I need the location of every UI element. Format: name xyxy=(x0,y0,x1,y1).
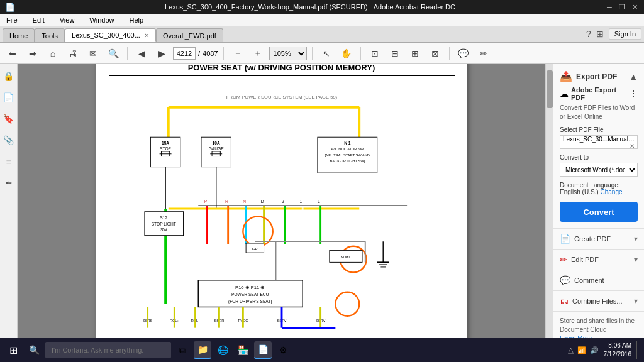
menu-edit[interactable]: Edit xyxy=(30,15,47,25)
comment-icon: 💬 xyxy=(560,275,570,285)
taskbar-store-button[interactable]: 🏪 xyxy=(234,341,252,359)
start-button[interactable]: ⊞ xyxy=(4,341,23,359)
sidebar-bookmarks-icon[interactable]: 🔖 xyxy=(2,112,16,126)
sidebar-attachment-icon[interactable]: 📎 xyxy=(2,133,16,147)
volume-icon[interactable]: 🔊 xyxy=(590,346,599,354)
menu-window[interactable]: Window xyxy=(87,15,116,25)
svg-text:N 1: N 1 xyxy=(344,141,351,145)
change-language-link[interactable]: Change xyxy=(600,189,622,195)
bottom-note: Store and share files in the Document Cl… xyxy=(553,312,644,338)
menu-file[interactable]: File xyxy=(4,15,20,25)
toolbar-fit-width-button[interactable]: ⊟ xyxy=(386,45,404,62)
page-number-input[interactable] xyxy=(173,47,196,60)
taskbar-edge-button[interactable]: 🌐 xyxy=(214,341,231,359)
cortana-search-input[interactable] xyxy=(45,342,171,358)
toolbar-zoom-marquee-button[interactable]: ⊠ xyxy=(426,45,444,62)
edit-pdf-left: ✏ Edit PDF xyxy=(560,255,599,265)
scroll-thumb[interactable] xyxy=(547,70,553,108)
taskbar-extra-button[interactable]: ⚙ xyxy=(274,341,292,359)
toolbar-fit-page-button[interactable]: ⊡ xyxy=(366,45,384,62)
toolbar-search-button[interactable]: 🔍 xyxy=(104,45,122,62)
sidebar-layers-icon[interactable]: ≡ xyxy=(2,155,16,168)
zoom-select[interactable]: 105% 100% 75% 150% xyxy=(269,47,307,60)
menu-view[interactable]: View xyxy=(57,15,77,25)
svg-text:P10 ⊕ P11 ⊕: P10 ⊕ P11 ⊕ xyxy=(235,285,265,290)
toolbar-comment-button[interactable]: 💬 xyxy=(455,45,472,62)
pdf-content: POWER SEAT (w/ DRIVING POSITION MEMORY) … xyxy=(96,64,467,338)
taskbar-file-explorer-button[interactable]: 📁 xyxy=(194,341,211,359)
left-sidebar: 🔒 📄 🔖 📎 ≡ ✒ xyxy=(0,64,18,338)
file-clear-icon[interactable]: ✕ xyxy=(630,143,635,149)
help-button[interactable]: ? xyxy=(586,29,591,39)
svg-text:STOP: STOP xyxy=(160,146,171,151)
page-total: 4087 xyxy=(203,50,218,57)
export-pdf-header: 📤 Export PDF ▲ xyxy=(560,70,638,82)
toolbar-zoom-out-button[interactable]: － xyxy=(229,45,247,62)
time-display[interactable]: 8:06 AM 7/12/2016 xyxy=(604,341,632,359)
sign-in-button[interactable]: Sign In xyxy=(609,28,641,40)
toolbar-next-page-button[interactable]: ▶ xyxy=(153,45,170,62)
adobe-options-icon[interactable]: ⋮ xyxy=(629,89,638,99)
create-pdf-row[interactable]: 📄 Create PDF ▾ xyxy=(553,229,644,250)
toolbar-thumbnails-button[interactable]: ⊞ xyxy=(406,45,424,62)
toolbar-home-button[interactable]: ⌂ xyxy=(44,45,62,62)
taskbar-right: △ 📶 🔊 8:06 AM 7/12/2016 xyxy=(568,341,641,359)
svg-text:D: D xyxy=(260,199,264,204)
convert-to-select[interactable]: Microsoft Word (*.docx) Microsoft Excel … xyxy=(560,163,638,177)
minimize-button[interactable]: ─ xyxy=(605,3,614,11)
pdf-page: POWER SEAT (w/ DRIVING POSITION MEMORY) … xyxy=(96,64,467,338)
sidebar-signatures-icon[interactable]: ✒ xyxy=(2,176,16,190)
share-button[interactable]: ⊞ xyxy=(596,29,604,39)
doc-lang-value: English (U.S.) xyxy=(560,189,599,195)
svg-text:S12: S12 xyxy=(160,216,167,220)
toolbar-print-button[interactable]: 🖨 xyxy=(64,45,82,62)
tab-close-icon[interactable]: ✕ xyxy=(144,32,149,39)
create-pdf-expand-icon[interactable]: ▾ xyxy=(634,234,638,243)
tab-home[interactable]: Home xyxy=(3,28,35,42)
svg-text:R: R xyxy=(225,199,228,204)
combine-files-label: Combine Files... xyxy=(572,297,622,305)
comment-label: Comment xyxy=(574,277,604,284)
combine-files-row[interactable]: 🗂 Combine Files... ▾ xyxy=(553,291,644,312)
toolbar-back-button[interactable]: ⬅ xyxy=(4,45,21,62)
network-icon[interactable]: 📶 xyxy=(577,346,586,354)
tab-tools[interactable]: Tools xyxy=(35,28,65,42)
export-pdf-icon: 📤 xyxy=(560,70,572,82)
sidebar-lock-icon[interactable]: 🔒 xyxy=(2,69,16,83)
svg-text:M M1: M M1 xyxy=(341,255,350,259)
adobe-export-row: ☁ Adobe Export PDF ⋮ xyxy=(560,86,638,101)
pdf-area[interactable]: POWER SEAT (w/ DRIVING POSITION MEMORY) … xyxy=(18,64,545,338)
toolbar-markup-button[interactable]: ✏ xyxy=(475,45,492,62)
svg-text:A/T INDICATOR SW: A/T INDICATOR SW xyxy=(331,147,364,151)
taskbar-acrobat-button[interactable]: 📄 xyxy=(254,341,272,359)
toolbar-email-button[interactable]: ✉ xyxy=(84,45,102,62)
menu-help[interactable]: Help xyxy=(126,15,146,25)
show-desktop-button[interactable] xyxy=(636,341,640,359)
sidebar-pages-icon[interactable]: 📄 xyxy=(2,90,16,104)
export-pdf-collapse-button[interactable]: ▲ xyxy=(629,72,638,82)
convert-button[interactable]: Convert xyxy=(560,202,638,222)
toolbar-prev-page-button[interactable]: ◀ xyxy=(133,45,150,62)
file-value: Lexus_SC_30...Manual.pdf xyxy=(563,136,638,143)
scroll-bar[interactable] xyxy=(545,64,553,338)
edit-pdf-row[interactable]: ✏ Edit PDF ▾ xyxy=(553,250,644,270)
combine-files-expand-icon[interactable]: ▾ xyxy=(634,297,638,305)
taskbar-search-icon[interactable]: 🔍 xyxy=(25,341,43,359)
tab-lexus[interactable]: Lexus_SC_300_400... ✕ xyxy=(65,28,156,42)
toolbar-hand-button[interactable]: ✋ xyxy=(338,45,355,62)
toolbar-zoom-in-button[interactable]: ＋ xyxy=(249,45,267,62)
edit-pdf-label: Edit PDF xyxy=(571,256,599,263)
svg-text:FROM POWER SOURCE SYSTEM (SEE : FROM POWER SOURCE SYSTEM (SEE PAGE 59) xyxy=(226,94,337,100)
comment-row[interactable]: 💬 Comment xyxy=(553,270,644,291)
edit-pdf-expand-icon[interactable]: ▾ xyxy=(634,255,638,264)
toolbar-cursor-button[interactable]: ↖ xyxy=(318,45,335,62)
toolbar-forward-button[interactable]: ➡ xyxy=(24,45,42,62)
close-button[interactable]: ✕ xyxy=(630,3,639,11)
svg-text:STOP LIGHT: STOP LIGHT xyxy=(151,222,175,226)
tab-ewd[interactable]: Overall_EWD.pdf xyxy=(156,28,223,42)
restore-button[interactable]: ❐ xyxy=(618,3,626,11)
svg-text:POWER SEAT ECU: POWER SEAT ECU xyxy=(231,292,269,297)
tray-icon-1: △ xyxy=(568,346,574,354)
taskbar-task-view-button[interactable]: ⧉ xyxy=(174,341,191,359)
window-title: Lexus_SC_300_400_Factory_Workshop_Manual… xyxy=(15,3,605,11)
